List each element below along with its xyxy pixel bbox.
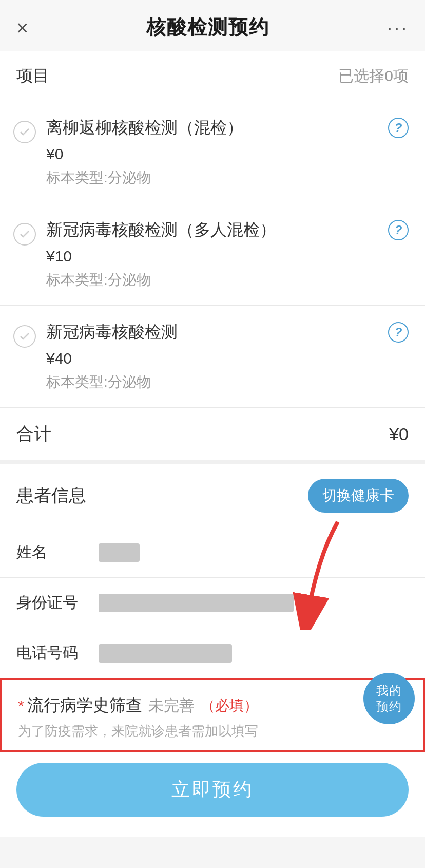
- test-item-name-0: 离柳返柳核酸检测（混检）: [46, 117, 243, 139]
- test-item-name-1: 新冠病毒核酸检测（多人混检）: [46, 219, 276, 241]
- patient-title: 患者信息: [16, 484, 86, 507]
- test-item-price-2: ¥40: [46, 350, 409, 367]
- epi-status: 未完善: [148, 695, 195, 716]
- test-item-type-1: 标本类型:分泌物: [46, 270, 409, 290]
- epi-title: 流行病学史筛查: [27, 694, 142, 717]
- id-value: [99, 594, 294, 612]
- test-item-checkbox-0[interactable]: [13, 121, 36, 143]
- test-item-info-icon-1[interactable]: ?: [388, 220, 409, 240]
- test-item-checkbox-1[interactable]: [13, 223, 36, 246]
- switch-health-card-button[interactable]: 切换健康卡: [308, 479, 409, 513]
- test-item-1[interactable]: 新冠病毒核酸检测（多人混检） ? ¥10 标本类型:分泌物: [0, 203, 425, 306]
- project-label: 项目: [16, 65, 49, 87]
- close-button[interactable]: ×: [16, 17, 28, 38]
- test-item-checkbox-2[interactable]: [13, 325, 36, 348]
- phone-field-row: 电话号码: [0, 628, 425, 678]
- test-item-info-icon-2[interactable]: ?: [388, 322, 409, 343]
- project-selected-count: 已选择0项: [338, 66, 409, 87]
- my-appointment-button[interactable]: 我的预约: [363, 673, 415, 724]
- epi-required-symbol: *: [18, 697, 24, 714]
- total-label: 合计: [16, 422, 51, 446]
- page-title: 核酸检测预约: [146, 14, 269, 41]
- test-item-2[interactable]: 新冠病毒核酸检测 ? ¥40 标本类型:分泌物: [0, 306, 425, 408]
- phone-value: [99, 644, 232, 663]
- id-field-row: 身份证号: [0, 578, 425, 628]
- epi-desc: 为了防疫需求，来院就诊患者需加以填写: [18, 722, 407, 740]
- id-label: 身份证号: [16, 592, 99, 613]
- epi-row: * 流行病学史筛查 未完善 （必填）: [18, 694, 407, 717]
- total-value: ¥0: [389, 424, 409, 444]
- name-field-row: 姓名: [0, 527, 425, 578]
- test-item-type-0: 标本类型:分泌物: [46, 168, 409, 187]
- project-row: 项目 已选择0项: [0, 51, 425, 101]
- patient-section: 患者信息 切换健康卡 姓名 身份证号 电话号码: [0, 464, 425, 678]
- test-item-0[interactable]: 离柳返柳核酸检测（混检） ? ¥0 标本类型:分泌物: [0, 101, 425, 203]
- more-button[interactable]: ···: [387, 17, 409, 39]
- name-label: 姓名: [16, 542, 99, 563]
- test-item-type-2: 标本类型:分泌物: [46, 372, 409, 392]
- page-header: × 核酸检测预约 ···: [0, 0, 425, 51]
- total-row: 合计 ¥0: [0, 408, 425, 464]
- patient-header: 患者信息 切换健康卡: [0, 464, 425, 527]
- epi-section[interactable]: * 流行病学史筛查 未完善 （必填） 为了防疫需求，来院就诊患者需加以填写: [0, 678, 425, 752]
- bottom-btn-area: 立即预约: [0, 752, 425, 837]
- test-item-price-0: ¥0: [46, 145, 409, 163]
- submit-button[interactable]: 立即预约: [16, 763, 409, 817]
- phone-label: 电话号码: [16, 643, 99, 664]
- name-value: [99, 543, 140, 562]
- test-item-name-2: 新冠病毒核酸检测: [46, 321, 178, 344]
- epi-required-tag: （必填）: [201, 696, 258, 715]
- floating-btn-label: 我的预约: [376, 683, 402, 714]
- test-item-info-icon-0[interactable]: ?: [388, 118, 409, 138]
- test-item-price-1: ¥10: [46, 248, 409, 265]
